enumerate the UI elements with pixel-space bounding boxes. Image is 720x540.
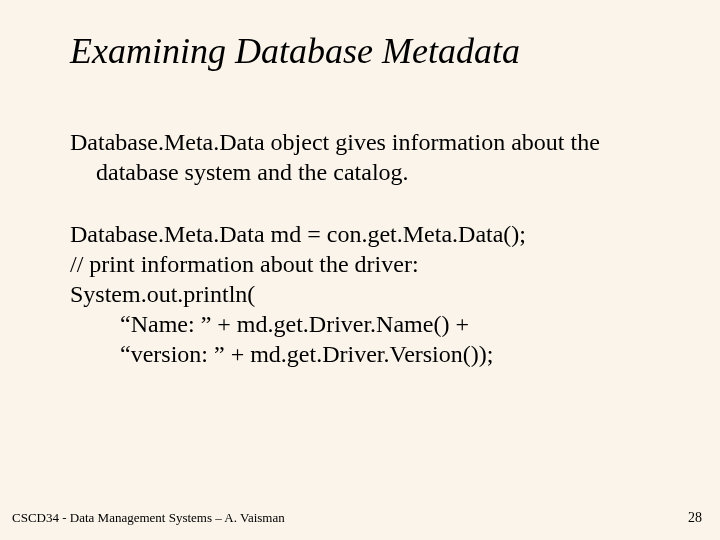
- slide-title: Examining Database Metadata: [70, 30, 650, 72]
- intro-paragraph: Database.Meta.Data object gives informat…: [70, 127, 650, 187]
- code-line: “version: ” + md.get.Driver.Version());: [70, 339, 650, 369]
- code-line: // print information about the driver:: [70, 249, 650, 279]
- page-number: 28: [688, 510, 702, 526]
- slide: Examining Database Metadata Database.Met…: [0, 0, 720, 369]
- footer-text: CSCD34 - Data Management Systems – A. Va…: [12, 510, 285, 526]
- code-line: Database.Meta.Data md = con.get.Meta.Dat…: [70, 219, 650, 249]
- code-line: System.out.println(: [70, 279, 650, 309]
- code-block: Database.Meta.Data md = con.get.Meta.Dat…: [70, 219, 650, 369]
- code-line: “Name: ” + md.get.Driver.Name() +: [70, 309, 650, 339]
